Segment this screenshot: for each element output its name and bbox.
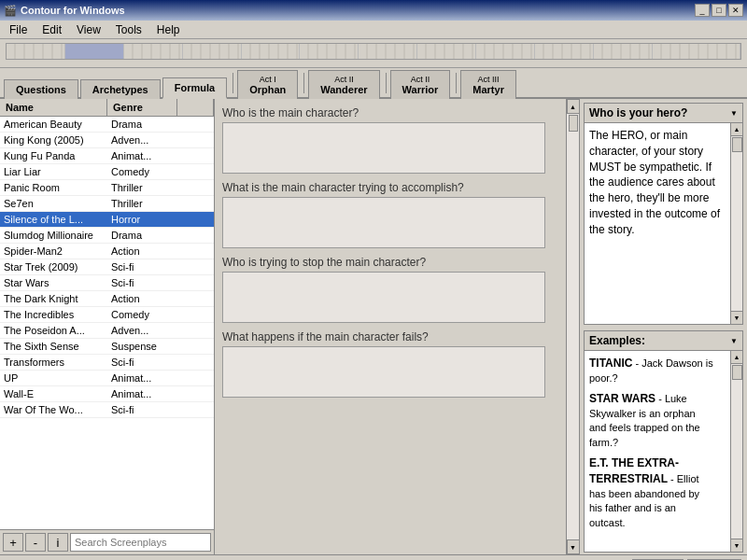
center-scrollbar[interactable]: ▲ ▼ xyxy=(566,99,579,554)
examples-title: Examples: xyxy=(589,334,645,347)
examples-scroll-down[interactable]: ▼ xyxy=(731,539,743,552)
right-panel: Who is your hero? ▼ The HERO, or main ch… xyxy=(579,99,747,554)
question-label-4: What happens if the main character fails… xyxy=(222,330,545,343)
list-item[interactable]: The Dark KnightAction xyxy=(0,291,214,307)
question-label-3: Who is trying to stop the main character… xyxy=(222,256,545,269)
question-textarea-1[interactable] xyxy=(222,122,545,174)
list-item[interactable]: The Poseidon A...Adven... xyxy=(0,323,214,339)
search-input[interactable] xyxy=(70,533,211,552)
question-section-1: Who is the main character? xyxy=(222,106,560,174)
example-item: E.T. THE EXTRA-TERRESTRIAL - Elliot has … xyxy=(589,455,714,530)
list-item[interactable]: The IncrediblesComedy xyxy=(0,307,214,323)
hero-body: The HERO, or main character, of your sto… xyxy=(585,123,742,324)
tab-act2-wanderer[interactable]: Act II Wanderer xyxy=(308,70,379,99)
menu-bar: File Edit View Tools Help xyxy=(0,21,747,39)
hero-scroll-btn[interactable]: ▼ xyxy=(730,109,738,118)
menu-tools[interactable]: Tools xyxy=(108,21,149,38)
bottom-bar: ... Ideas Guide xyxy=(0,554,747,560)
question-section-2: What is the main character trying to acc… xyxy=(222,181,560,248)
example-item: TITANIC - Jack Dawson is poor.? xyxy=(589,356,714,385)
list-footer: + - i xyxy=(0,529,214,554)
question-label-1: Who is the main character? xyxy=(222,106,545,119)
question-textarea-3[interactable] xyxy=(222,272,545,323)
left-panel: Name Genre American BeautyDramaKing Kong… xyxy=(0,99,215,554)
examples-scroll-thumb[interactable] xyxy=(732,365,742,380)
add-screenplay-button[interactable]: + xyxy=(3,533,23,552)
tabs-row: Questions Archetypes Formula Act I Orpha… xyxy=(0,68,747,99)
list-item[interactable]: Silence of the L...Horror xyxy=(0,212,214,228)
info-screenplay-button[interactable]: i xyxy=(48,533,68,552)
tab-formula[interactable]: Formula xyxy=(162,77,227,99)
hero-scroll-down[interactable]: ▼ xyxy=(731,311,743,324)
examples-scroll-btn[interactable]: ▼ xyxy=(730,337,738,345)
list-header: Name Genre xyxy=(0,99,214,117)
list-item[interactable]: Star Trek (2009)Sci-fi xyxy=(0,259,214,275)
col-genre-header[interactable]: Genre xyxy=(107,99,177,116)
hero-scroll-up[interactable]: ▲ xyxy=(731,123,743,136)
remove-screenplay-button[interactable]: - xyxy=(25,533,46,552)
list-item[interactable]: Liar LiarComedy xyxy=(0,164,214,180)
list-item[interactable]: King Kong (2005)Adven... xyxy=(0,133,214,148)
scroll-up-arrow[interactable]: ▲ xyxy=(567,99,580,114)
list-item[interactable]: Wall-EAnimat... xyxy=(0,386,214,402)
maximize-button[interactable]: □ xyxy=(712,4,726,17)
col-name-header[interactable]: Name xyxy=(0,99,107,116)
tab-act3[interactable]: Act III Martyr xyxy=(460,70,516,99)
minimize-button[interactable]: _ xyxy=(695,4,710,17)
hero-scroll-thumb[interactable] xyxy=(732,137,742,152)
examples-section: Examples: ▼ TITANIC - Jack Dawson is poo… xyxy=(584,330,743,553)
center-panel: Who is the main character? What is the m… xyxy=(215,99,579,554)
menu-edit[interactable]: Edit xyxy=(35,21,69,38)
list-item[interactable]: Kung Fu PandaAnimat... xyxy=(0,148,214,164)
list-item[interactable]: TransformersSci-fi xyxy=(0,355,214,371)
menu-view[interactable]: View xyxy=(69,21,108,38)
screenplay-list[interactable]: American BeautyDramaKing Kong (2005)Adve… xyxy=(0,117,214,529)
tab-act1[interactable]: Act I Orphan xyxy=(237,70,298,99)
hero-header: Who is your hero? ▼ xyxy=(585,104,742,123)
list-item[interactable]: The Sixth SenseSuspense xyxy=(0,339,214,355)
question-textarea-2[interactable] xyxy=(222,197,545,248)
list-item[interactable]: Se7enThriller xyxy=(0,196,214,212)
progress-bar[interactable] xyxy=(6,43,741,60)
hero-scrollbar[interactable]: ▲ ▼ xyxy=(730,123,742,324)
menu-file[interactable]: File xyxy=(2,21,35,38)
close-button[interactable]: ✕ xyxy=(728,4,743,17)
tab-questions[interactable]: Questions xyxy=(4,79,78,99)
list-item[interactable]: American BeautyDrama xyxy=(0,117,214,133)
examples-scrollbar[interactable]: ▲ ▼ xyxy=(730,351,742,552)
question-textarea-4[interactable] xyxy=(222,346,545,398)
examples-scroll-up[interactable]: ▲ xyxy=(731,351,743,364)
scroll-thumb[interactable] xyxy=(569,115,578,132)
tab-archetypes[interactable]: Archetypes xyxy=(80,79,161,99)
hero-title: Who is your hero? xyxy=(589,106,687,119)
example-item: STAR WARS - Luke Skywalker is an orphan … xyxy=(589,391,714,450)
scroll-track xyxy=(567,114,580,539)
toolbar-area xyxy=(0,39,747,68)
app-title: Contour for Windows xyxy=(21,5,125,16)
hero-section: Who is your hero? ▼ The HERO, or main ch… xyxy=(584,103,743,325)
title-bar: 🎬 Contour for Windows _ □ ✕ xyxy=(0,0,747,21)
menu-help[interactable]: Help xyxy=(149,21,188,38)
col-extra-header[interactable] xyxy=(177,99,214,116)
question-section-3: Who is trying to stop the main character… xyxy=(222,256,560,323)
list-item[interactable]: UPAnimat... xyxy=(0,371,214,386)
list-item[interactable]: Panic RoomThriller xyxy=(0,180,214,196)
question-section-4: What happens if the main character fails… xyxy=(222,330,560,398)
list-item[interactable]: Star WarsSci-fi xyxy=(0,275,214,291)
scroll-down-arrow[interactable]: ▼ xyxy=(567,539,580,554)
list-item[interactable]: War Of The Wo...Sci-fi xyxy=(0,402,214,418)
list-item[interactable]: Spider-Man2Action xyxy=(0,244,214,259)
main-content: Name Genre American BeautyDramaKing Kong… xyxy=(0,99,747,554)
tab-act2-warrior[interactable]: Act II Warrior xyxy=(390,70,451,99)
center-panel-wrapper: Who is the main character? What is the m… xyxy=(215,99,579,554)
question-label-2: What is the main character trying to acc… xyxy=(222,181,545,194)
app-icon: 🎬 xyxy=(4,5,17,17)
examples-body: TITANIC - Jack Dawson is poor.?STAR WARS… xyxy=(585,351,742,552)
examples-header: Examples: ▼ xyxy=(585,331,742,351)
list-item[interactable]: Slumdog MillionaireDrama xyxy=(0,228,214,244)
hero-content: The HERO, or main character, of your sto… xyxy=(589,129,720,236)
